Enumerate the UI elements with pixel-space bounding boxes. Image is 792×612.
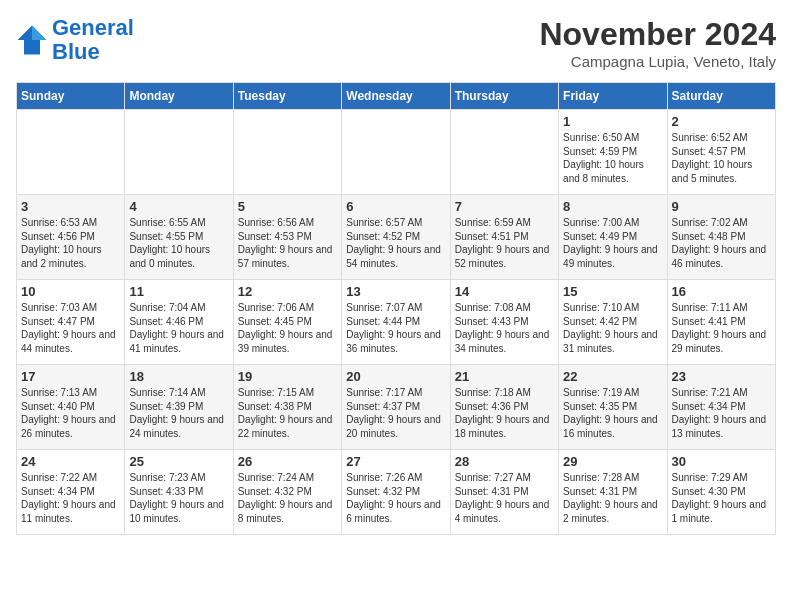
- calendar-cell: 15Sunrise: 7:10 AM Sunset: 4:42 PM Dayli…: [559, 280, 667, 365]
- day-info: Sunrise: 7:23 AM Sunset: 4:33 PM Dayligh…: [129, 471, 228, 525]
- day-number: 8: [563, 199, 662, 214]
- day-info: Sunrise: 6:52 AM Sunset: 4:57 PM Dayligh…: [672, 131, 771, 185]
- page-header: General Blue November 2024 Campagna Lupi…: [16, 16, 776, 70]
- day-number: 20: [346, 369, 445, 384]
- calendar-cell: 10Sunrise: 7:03 AM Sunset: 4:47 PM Dayli…: [17, 280, 125, 365]
- calendar-cell: 12Sunrise: 7:06 AM Sunset: 4:45 PM Dayli…: [233, 280, 341, 365]
- day-number: 7: [455, 199, 554, 214]
- month-title: November 2024: [539, 16, 776, 53]
- day-info: Sunrise: 6:57 AM Sunset: 4:52 PM Dayligh…: [346, 216, 445, 270]
- calendar-cell: 25Sunrise: 7:23 AM Sunset: 4:33 PM Dayli…: [125, 450, 233, 535]
- day-info: Sunrise: 7:24 AM Sunset: 4:32 PM Dayligh…: [238, 471, 337, 525]
- calendar-cell: 22Sunrise: 7:19 AM Sunset: 4:35 PM Dayli…: [559, 365, 667, 450]
- calendar-cell: 4Sunrise: 6:55 AM Sunset: 4:55 PM Daylig…: [125, 195, 233, 280]
- calendar-table: SundayMondayTuesdayWednesdayThursdayFrid…: [16, 82, 776, 535]
- calendar-cell: 2Sunrise: 6:52 AM Sunset: 4:57 PM Daylig…: [667, 110, 775, 195]
- calendar-week-row: 3Sunrise: 6:53 AM Sunset: 4:56 PM Daylig…: [17, 195, 776, 280]
- day-info: Sunrise: 7:11 AM Sunset: 4:41 PM Dayligh…: [672, 301, 771, 355]
- calendar-cell: 1Sunrise: 6:50 AM Sunset: 4:59 PM Daylig…: [559, 110, 667, 195]
- day-number: 30: [672, 454, 771, 469]
- day-number: 27: [346, 454, 445, 469]
- day-info: Sunrise: 7:04 AM Sunset: 4:46 PM Dayligh…: [129, 301, 228, 355]
- day-info: Sunrise: 7:02 AM Sunset: 4:48 PM Dayligh…: [672, 216, 771, 270]
- calendar-cell: 28Sunrise: 7:27 AM Sunset: 4:31 PM Dayli…: [450, 450, 558, 535]
- calendar-cell: 19Sunrise: 7:15 AM Sunset: 4:38 PM Dayli…: [233, 365, 341, 450]
- day-info: Sunrise: 7:26 AM Sunset: 4:32 PM Dayligh…: [346, 471, 445, 525]
- day-number: 24: [21, 454, 120, 469]
- logo: General Blue: [16, 16, 134, 64]
- day-number: 2: [672, 114, 771, 129]
- calendar-cell: 5Sunrise: 6:56 AM Sunset: 4:53 PM Daylig…: [233, 195, 341, 280]
- day-info: Sunrise: 7:18 AM Sunset: 4:36 PM Dayligh…: [455, 386, 554, 440]
- day-number: 5: [238, 199, 337, 214]
- calendar-cell: [125, 110, 233, 195]
- day-number: 4: [129, 199, 228, 214]
- calendar-cell: 7Sunrise: 6:59 AM Sunset: 4:51 PM Daylig…: [450, 195, 558, 280]
- day-info: Sunrise: 7:14 AM Sunset: 4:39 PM Dayligh…: [129, 386, 228, 440]
- day-info: Sunrise: 7:03 AM Sunset: 4:47 PM Dayligh…: [21, 301, 120, 355]
- calendar-week-row: 17Sunrise: 7:13 AM Sunset: 4:40 PM Dayli…: [17, 365, 776, 450]
- day-number: 23: [672, 369, 771, 384]
- day-number: 9: [672, 199, 771, 214]
- day-number: 14: [455, 284, 554, 299]
- day-info: Sunrise: 7:29 AM Sunset: 4:30 PM Dayligh…: [672, 471, 771, 525]
- calendar-cell: 26Sunrise: 7:24 AM Sunset: 4:32 PM Dayli…: [233, 450, 341, 535]
- logo-text: General Blue: [52, 16, 134, 64]
- calendar-cell: 13Sunrise: 7:07 AM Sunset: 4:44 PM Dayli…: [342, 280, 450, 365]
- day-info: Sunrise: 6:56 AM Sunset: 4:53 PM Dayligh…: [238, 216, 337, 270]
- day-number: 25: [129, 454, 228, 469]
- day-number: 6: [346, 199, 445, 214]
- day-number: 22: [563, 369, 662, 384]
- calendar-cell: 23Sunrise: 7:21 AM Sunset: 4:34 PM Dayli…: [667, 365, 775, 450]
- day-number: 15: [563, 284, 662, 299]
- calendar-cell: 11Sunrise: 7:04 AM Sunset: 4:46 PM Dayli…: [125, 280, 233, 365]
- day-number: 10: [21, 284, 120, 299]
- calendar-cell: 14Sunrise: 7:08 AM Sunset: 4:43 PM Dayli…: [450, 280, 558, 365]
- day-info: Sunrise: 7:08 AM Sunset: 4:43 PM Dayligh…: [455, 301, 554, 355]
- day-number: 19: [238, 369, 337, 384]
- day-info: Sunrise: 7:17 AM Sunset: 4:37 PM Dayligh…: [346, 386, 445, 440]
- day-number: 11: [129, 284, 228, 299]
- calendar-cell: 29Sunrise: 7:28 AM Sunset: 4:31 PM Dayli…: [559, 450, 667, 535]
- weekday-header: Sunday: [17, 83, 125, 110]
- calendar-cell: 3Sunrise: 6:53 AM Sunset: 4:56 PM Daylig…: [17, 195, 125, 280]
- calendar-cell: [233, 110, 341, 195]
- day-info: Sunrise: 7:10 AM Sunset: 4:42 PM Dayligh…: [563, 301, 662, 355]
- day-number: 1: [563, 114, 662, 129]
- logo-icon: [16, 24, 48, 56]
- day-number: 21: [455, 369, 554, 384]
- day-number: 18: [129, 369, 228, 384]
- day-number: 29: [563, 454, 662, 469]
- weekday-header: Friday: [559, 83, 667, 110]
- day-number: 26: [238, 454, 337, 469]
- calendar-week-row: 1Sunrise: 6:50 AM Sunset: 4:59 PM Daylig…: [17, 110, 776, 195]
- calendar-week-row: 24Sunrise: 7:22 AM Sunset: 4:34 PM Dayli…: [17, 450, 776, 535]
- day-number: 12: [238, 284, 337, 299]
- day-info: Sunrise: 6:50 AM Sunset: 4:59 PM Dayligh…: [563, 131, 662, 185]
- day-info: Sunrise: 7:22 AM Sunset: 4:34 PM Dayligh…: [21, 471, 120, 525]
- weekday-row: SundayMondayTuesdayWednesdayThursdayFrid…: [17, 83, 776, 110]
- day-info: Sunrise: 7:00 AM Sunset: 4:49 PM Dayligh…: [563, 216, 662, 270]
- day-number: 17: [21, 369, 120, 384]
- calendar-cell: [342, 110, 450, 195]
- calendar-cell: 6Sunrise: 6:57 AM Sunset: 4:52 PM Daylig…: [342, 195, 450, 280]
- day-info: Sunrise: 7:13 AM Sunset: 4:40 PM Dayligh…: [21, 386, 120, 440]
- weekday-header: Tuesday: [233, 83, 341, 110]
- location-subtitle: Campagna Lupia, Veneto, Italy: [539, 53, 776, 70]
- calendar-week-row: 10Sunrise: 7:03 AM Sunset: 4:47 PM Dayli…: [17, 280, 776, 365]
- calendar-cell: [450, 110, 558, 195]
- calendar-cell: 17Sunrise: 7:13 AM Sunset: 4:40 PM Dayli…: [17, 365, 125, 450]
- calendar-cell: 30Sunrise: 7:29 AM Sunset: 4:30 PM Dayli…: [667, 450, 775, 535]
- svg-marker-1: [32, 26, 46, 40]
- title-section: November 2024 Campagna Lupia, Veneto, It…: [539, 16, 776, 70]
- day-info: Sunrise: 6:55 AM Sunset: 4:55 PM Dayligh…: [129, 216, 228, 270]
- day-number: 3: [21, 199, 120, 214]
- day-number: 28: [455, 454, 554, 469]
- calendar-cell: 20Sunrise: 7:17 AM Sunset: 4:37 PM Dayli…: [342, 365, 450, 450]
- calendar-cell: 16Sunrise: 7:11 AM Sunset: 4:41 PM Dayli…: [667, 280, 775, 365]
- weekday-header: Saturday: [667, 83, 775, 110]
- weekday-header: Thursday: [450, 83, 558, 110]
- calendar-header: SundayMondayTuesdayWednesdayThursdayFrid…: [17, 83, 776, 110]
- day-info: Sunrise: 7:27 AM Sunset: 4:31 PM Dayligh…: [455, 471, 554, 525]
- calendar-cell: 8Sunrise: 7:00 AM Sunset: 4:49 PM Daylig…: [559, 195, 667, 280]
